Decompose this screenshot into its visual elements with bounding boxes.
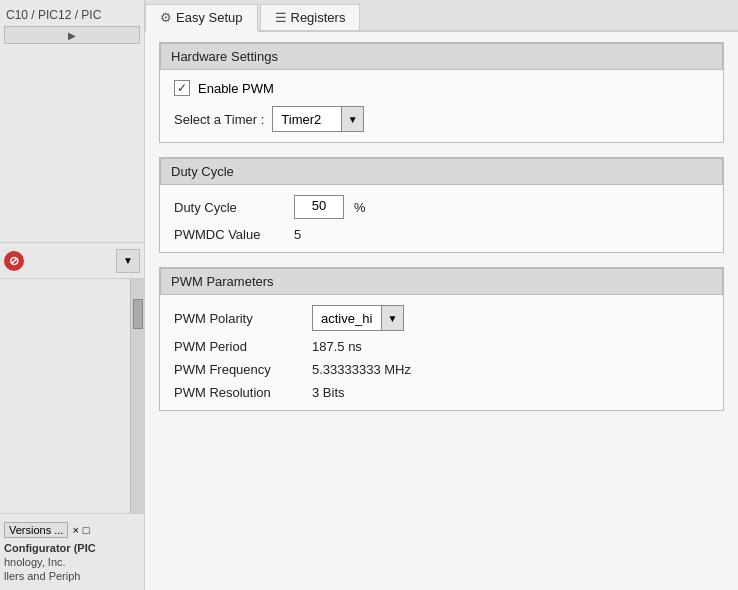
duty-cycle-header: Duty Cycle [160, 158, 723, 185]
versions-close[interactable]: × [72, 524, 78, 536]
chevron-down-icon: ▼ [388, 313, 398, 324]
pwm-parameters-panel: PWM Parameters PWM Polarity active_hi ▼ … [159, 267, 724, 411]
checkbox-check-icon: ✓ [177, 81, 187, 95]
select-timer-label: Select a Timer : [174, 112, 264, 127]
timer-row: Select a Timer : Timer2 ▼ [174, 106, 709, 132]
sidebar-title: C10 / PIC12 / PIC [4, 4, 140, 26]
sidebar-middle: ⊘ ▼ [0, 243, 144, 279]
scrollbar-thumb[interactable] [133, 299, 143, 329]
pwm-period-value: 187.5 ns [312, 339, 362, 354]
timer-dropdown-arrow[interactable]: ▼ [342, 106, 364, 132]
gear-icon: ⚙ [160, 10, 172, 25]
tab-registers-label: Registers [291, 10, 346, 25]
duty-cycle-input[interactable]: 50 [294, 195, 344, 219]
pwm-period-label: PWM Period [174, 339, 304, 354]
tab-easy-setup[interactable]: ⚙ Easy Setup [145, 4, 258, 32]
content-area: Hardware Settings ✓ Enable PWM Select a … [145, 32, 738, 590]
chevron-down-icon: ▼ [348, 114, 358, 125]
pwm-parameters-body: PWM Polarity active_hi ▼ PWM Period 187.… [160, 295, 723, 410]
hardware-settings-body: ✓ Enable PWM Select a Timer : Timer2 ▼ [160, 70, 723, 142]
main-panel: ⚙ Easy Setup ☰ Registers Hardware Settin… [145, 0, 738, 590]
sidebar-top: C10 / PIC12 / PIC ▶ [0, 0, 144, 243]
pwm-frequency-label: PWM Frequency [174, 362, 304, 377]
polarity-dropdown-arrow[interactable]: ▼ [382, 305, 404, 331]
hardware-settings-panel: Hardware Settings ✓ Enable PWM Select a … [159, 42, 724, 143]
enable-pwm-checkbox[interactable]: ✓ [174, 80, 190, 96]
sidebar-bottom-line1: hnology, Inc. [4, 556, 140, 568]
polarity-select[interactable]: active_hi ▼ [312, 305, 404, 331]
duty-cycle-label: Duty Cycle [174, 200, 284, 215]
versions-tab[interactable]: Versions ... [4, 522, 68, 538]
tab-registers[interactable]: ☰ Registers [260, 4, 361, 30]
hardware-settings-header: Hardware Settings [160, 43, 723, 70]
pwmdc-value: 5 [294, 227, 301, 242]
tab-easy-setup-label: Easy Setup [176, 10, 243, 25]
duty-cycle-row: Duty Cycle 50 % [174, 195, 709, 219]
pwmdc-label: PWMDC Value [174, 227, 284, 242]
registers-icon: ☰ [275, 10, 287, 25]
stop-symbol: ⊘ [9, 254, 19, 268]
sidebar-scrollbar[interactable] [130, 279, 144, 513]
pwm-period-row: PWM Period 187.5 ns [174, 339, 709, 354]
scroll-right-icon: ▶ [68, 30, 76, 41]
sidebar-dropdown-button[interactable]: ▼ [116, 249, 140, 273]
pwm-polarity-row: PWM Polarity active_hi ▼ [174, 305, 709, 331]
pwmdc-row: PWMDC Value 5 [174, 227, 709, 242]
sidebar-scroll-btn[interactable]: ▶ [4, 26, 140, 44]
pwm-resolution-row: PWM Resolution 3 Bits [174, 385, 709, 400]
pwm-frequency-value: 5.33333333 MHz [312, 362, 411, 377]
pwm-polarity-label: PWM Polarity [174, 311, 304, 326]
enable-pwm-row: ✓ Enable PWM [174, 80, 709, 96]
tab-bar: ⚙ Easy Setup ☰ Registers [145, 0, 738, 32]
timer-select-value[interactable]: Timer2 [272, 106, 342, 132]
duty-cycle-unit: % [354, 200, 366, 215]
pwm-resolution-value: 3 Bits [312, 385, 345, 400]
versions-minimize[interactable]: □ [83, 524, 90, 536]
pwm-frequency-row: PWM Frequency 5.33333333 MHz [174, 362, 709, 377]
duty-cycle-body: Duty Cycle 50 % PWMDC Value 5 [160, 185, 723, 252]
enable-pwm-label: Enable PWM [198, 81, 274, 96]
stop-icon: ⊘ [4, 251, 24, 271]
sidebar: C10 / PIC12 / PIC ▶ ⊘ ▼ Versions ... × □… [0, 0, 145, 590]
polarity-select-value[interactable]: active_hi [312, 305, 382, 331]
sidebar-bottom: Versions ... × □ Configurator (PIC hnolo… [0, 513, 144, 590]
duty-cycle-panel: Duty Cycle Duty Cycle 50 % PWMDC Value 5 [159, 157, 724, 253]
chevron-down-icon: ▼ [123, 255, 133, 266]
pwm-parameters-header: PWM Parameters [160, 268, 723, 295]
sidebar-scroll-area [0, 279, 144, 513]
timer-select[interactable]: Timer2 ▼ [272, 106, 364, 132]
sidebar-bottom-title: Configurator (PIC [4, 542, 140, 554]
sidebar-bottom-line2: llers and Periph [4, 570, 140, 582]
pwm-resolution-label: PWM Resolution [174, 385, 304, 400]
